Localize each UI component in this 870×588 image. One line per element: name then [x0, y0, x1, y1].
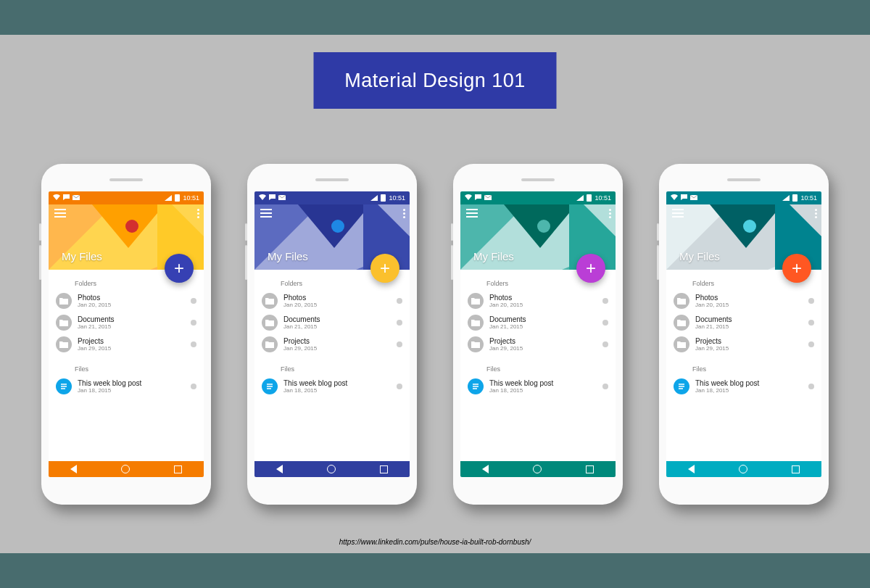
title-banner: Material Design 101	[314, 52, 557, 109]
overflow-button[interactable]	[609, 209, 611, 218]
status-time: 10:51	[183, 194, 199, 202]
info-icon[interactable]	[808, 341, 814, 347]
section-label-files: Files	[49, 355, 204, 376]
mail-icon	[72, 194, 80, 202]
hamburger-icon	[260, 209, 272, 218]
info-icon[interactable]	[397, 341, 402, 347]
phone-speaker	[727, 178, 761, 181]
item-date: Jan 21, 2015	[78, 323, 185, 330]
section-label-files: Files	[254, 355, 410, 376]
info-icon[interactable]	[191, 320, 196, 326]
info-icon[interactable]	[602, 341, 608, 347]
list-item[interactable]: Documents Jan 21, 2015	[49, 312, 204, 334]
menu-button[interactable]	[672, 209, 684, 218]
phone-screen: 10:51 My Files	[49, 191, 204, 477]
item-title: This week blog post	[695, 379, 803, 387]
phone-side-button	[39, 223, 41, 241]
svg-point-11	[331, 220, 344, 233]
nav-back-button[interactable]	[688, 465, 695, 473]
item-date: Jan 21, 2015	[489, 323, 597, 330]
content-area: Folders Photos Jan 20, 2015 Documents Ja…	[460, 270, 616, 461]
list-item[interactable]: This week blog post Jan 18, 2015	[460, 376, 616, 397]
phone-mockup: 10:51 My Files	[453, 164, 623, 505]
fab-add-button[interactable]: +	[370, 254, 399, 283]
plus-icon: +	[792, 258, 802, 278]
overflow-button[interactable]	[815, 209, 817, 218]
info-icon[interactable]	[397, 384, 402, 389]
item-date: Jan 29, 2015	[283, 345, 391, 352]
menu-button[interactable]	[260, 209, 272, 218]
signal-icon	[370, 195, 378, 201]
list-item[interactable]: Documents Jan 21, 2015	[460, 312, 616, 334]
nav-home-button[interactable]	[739, 465, 747, 473]
status-bar: 10:51	[666, 191, 821, 204]
nav-recent-button[interactable]	[792, 465, 800, 473]
navigation-bar	[666, 461, 821, 477]
list-item[interactable]: Projects Jan 29, 2015	[49, 334, 204, 355]
item-date: Jan 18, 2015	[489, 387, 597, 394]
plus-icon: +	[586, 258, 596, 278]
navigation-bar	[254, 461, 410, 477]
list-item[interactable]: Projects Jan 29, 2015	[666, 334, 821, 355]
info-icon[interactable]	[808, 298, 814, 304]
nav-home-button[interactable]	[121, 465, 130, 473]
dots-icon	[609, 209, 611, 211]
info-icon[interactable]	[808, 384, 814, 389]
item-title: Projects	[78, 337, 185, 345]
overflow-button[interactable]	[403, 209, 405, 218]
list-item[interactable]: Projects Jan 29, 2015	[460, 334, 616, 355]
item-date: Jan 18, 2015	[283, 387, 391, 394]
list-item[interactable]: Documents Jan 21, 2015	[254, 312, 410, 334]
nav-recent-button[interactable]	[174, 465, 182, 473]
item-title: This week blog post	[283, 379, 391, 387]
info-icon[interactable]	[191, 384, 196, 389]
nav-back-button[interactable]	[70, 465, 77, 473]
svg-point-5	[125, 220, 138, 233]
menu-button[interactable]	[466, 209, 478, 218]
list-item[interactable]: Documents Jan 21, 2015	[666, 312, 821, 334]
info-icon[interactable]	[397, 298, 402, 304]
list-item[interactable]: This week blog post Jan 18, 2015	[49, 376, 204, 397]
phone-side-button	[245, 223, 247, 241]
nav-recent-button[interactable]	[586, 465, 594, 473]
info-icon[interactable]	[191, 298, 196, 304]
dots-icon	[197, 209, 199, 211]
list-item[interactable]: Photos Jan 20, 2015	[460, 290, 616, 312]
item-title: Photos	[695, 294, 803, 302]
info-icon[interactable]	[602, 298, 608, 304]
phone-mockup: 10:51 My Files	[659, 164, 829, 505]
battery-icon	[792, 194, 798, 202]
info-icon[interactable]	[602, 320, 608, 326]
list-item[interactable]: Photos Jan 20, 2015	[49, 290, 204, 312]
nav-home-button[interactable]	[533, 465, 542, 473]
item-title: Documents	[283, 315, 391, 323]
list-item[interactable]: This week blog post Jan 18, 2015	[254, 376, 410, 397]
section-label-files: Files	[666, 355, 821, 376]
info-icon[interactable]	[191, 341, 196, 347]
fab-add-button[interactable]: +	[782, 254, 811, 283]
fab-add-button[interactable]: +	[576, 254, 605, 283]
content-area: Folders Photos Jan 20, 2015 Documents Ja…	[254, 270, 410, 461]
nav-recent-button[interactable]	[380, 465, 388, 473]
item-title: Documents	[78, 315, 185, 323]
list-item[interactable]: Photos Jan 20, 2015	[666, 290, 821, 312]
nav-back-button[interactable]	[482, 465, 489, 473]
nav-home-button[interactable]	[327, 465, 336, 473]
item-title: This week blog post	[78, 379, 185, 387]
menu-button[interactable]	[54, 209, 66, 218]
phone-speaker	[521, 178, 555, 181]
overflow-button[interactable]	[197, 209, 199, 218]
nav-back-button[interactable]	[276, 465, 283, 473]
info-icon[interactable]	[397, 320, 402, 326]
info-icon[interactable]	[602, 384, 608, 389]
info-icon[interactable]	[808, 320, 814, 326]
list-item[interactable]: Projects Jan 29, 2015	[254, 334, 410, 355]
plus-icon: +	[380, 258, 390, 278]
list-item[interactable]: Photos Jan 20, 2015	[254, 290, 410, 312]
credit-url: https://www.linkedin.com/pulse/house-ia-…	[0, 538, 870, 546]
list-item[interactable]: This week blog post Jan 18, 2015	[666, 376, 821, 397]
folder-icon	[56, 293, 72, 309]
fab-add-button[interactable]: +	[165, 254, 194, 283]
status-time: 10:51	[389, 194, 405, 202]
document-icon	[56, 378, 72, 394]
